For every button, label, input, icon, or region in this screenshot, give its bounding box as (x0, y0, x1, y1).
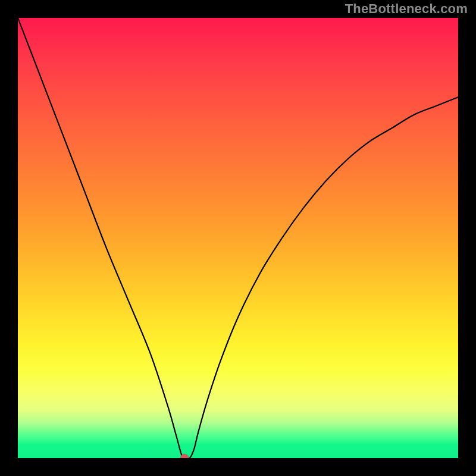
bottleneck-curve (18, 18, 458, 458)
plot-area (18, 18, 458, 458)
optimal-marker (180, 454, 189, 458)
chart-frame: TheBottleneck.com (0, 0, 476, 476)
watermark-text: TheBottleneck.com (345, 1, 468, 17)
